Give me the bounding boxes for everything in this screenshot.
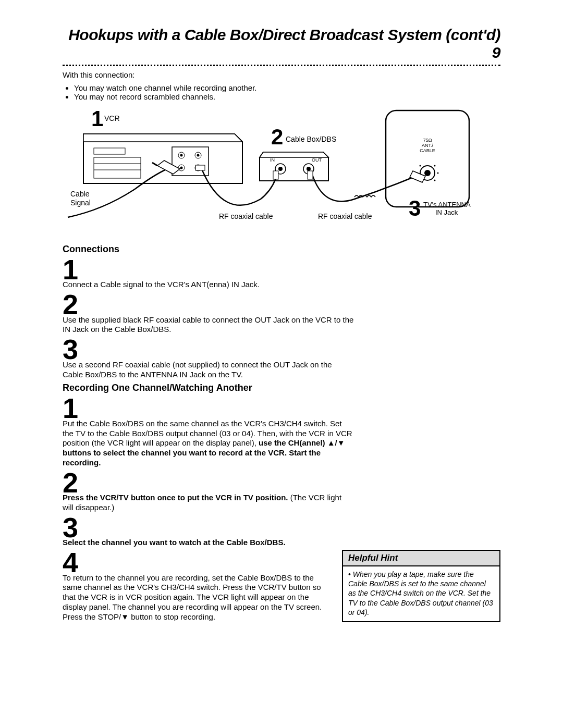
svg-rect-23	[94, 157, 141, 178]
page-title: Hookups with a Cable Box/Direct Broadcas…	[63, 26, 500, 61]
conn-step-2-num: 2	[63, 292, 500, 317]
cablebox-out-label: OUT	[312, 157, 322, 163]
svg-point-12	[307, 167, 311, 171]
ant-small-c: CABLE	[420, 148, 435, 153]
bullet-1: You may watch one channel while recordin…	[74, 83, 500, 92]
dotted-rule	[63, 65, 500, 66]
vcr-back	[83, 134, 242, 183]
svg-rect-22	[94, 148, 125, 154]
svg-point-2	[424, 170, 431, 176]
rec2-bold: Press the VCR/TV button once to put the …	[63, 493, 288, 502]
svg-rect-26	[195, 165, 205, 170]
svg-point-17	[197, 154, 200, 156]
vcr-label: VCR	[104, 114, 120, 122]
ant-small-a: 75Ω	[423, 138, 432, 143]
helpful-hint-box: Helpful Hint When you play a tape, make …	[342, 550, 500, 622]
rec-step-1-text: Put the Cable Box/DBS on the same channe…	[63, 419, 354, 468]
rf-label-1: RF coaxial cable	[219, 212, 273, 220]
svg-rect-27	[273, 171, 278, 179]
conn-step-3-text: Use a second RF coaxial cable (not suppl…	[63, 360, 354, 380]
conn-step-2-text: Use the supplied black RF coaxial cable …	[63, 315, 354, 335]
svg-point-4	[434, 165, 436, 166]
svg-rect-0	[386, 110, 469, 207]
rec-step-3-num: 3	[63, 515, 500, 540]
rec-step-2-num: 2	[63, 470, 500, 496]
rec-step-4-text: To return to the channel you are recordi…	[63, 573, 329, 622]
tv-panel: 75Ω ANT./ CABLE	[386, 110, 469, 207]
hookup-diagram: 75Ω ANT./ CABLE IN OUT	[63, 105, 500, 241]
recording-heading: Recording One Channel/Watching Another	[63, 382, 500, 393]
tv-ant-label-b: IN Jack	[435, 208, 458, 216]
cable-signal-b: Signal	[70, 199, 91, 207]
svg-point-19	[180, 166, 183, 169]
tv-ant-label-a: TV's ANTENNA	[423, 201, 471, 208]
bullet-2: You may not record scrambled channels.	[74, 92, 500, 101]
intro-line: With this connection:	[63, 70, 500, 80]
page: Hookups with a Cable Box/Direct Broadcas…	[0, 0, 563, 653]
svg-point-15	[180, 154, 183, 156]
diagram-num-2: 2	[271, 125, 283, 149]
rf-label-2: RF coaxial cable	[318, 212, 372, 220]
cablebox-label: Cable Box/DBS	[286, 135, 336, 143]
rec-step-2-text: Press the VCR/TV button once to put the …	[63, 493, 354, 513]
svg-rect-28	[308, 171, 313, 179]
rec-step-3-text: Select the channel you want to watch at …	[63, 538, 354, 548]
intro-bullets: You may watch one channel while recordin…	[63, 83, 500, 101]
svg-point-10	[278, 167, 283, 171]
svg-point-6	[434, 179, 436, 181]
diagram-num-1: 1	[91, 106, 103, 131]
conn-step-1-num: 1	[63, 257, 500, 282]
conn-step-1-text: Connect a Cable signal to the VCR's ANT(…	[63, 280, 354, 290]
connections-heading: Connections	[63, 244, 500, 255]
rec-step-4-num: 4	[63, 550, 329, 575]
conn-step-3-num: 3	[63, 337, 500, 362]
helpful-hint-heading: Helpful Hint	[343, 551, 499, 566]
cablebox-in-label: IN	[270, 157, 275, 163]
rec3-bold: Select the channel you want to watch at …	[63, 538, 286, 547]
rec-step-1-num: 1	[63, 396, 500, 421]
svg-point-3	[420, 165, 421, 166]
diagram-num-3: 3	[409, 196, 421, 220]
cable-box: IN OUT	[260, 152, 328, 181]
helpful-hint-body: When you play a tape, make sure the Cabl…	[343, 566, 499, 621]
ant-small-b: ANT./	[422, 143, 434, 148]
cable-signal-a: Cable	[70, 190, 90, 198]
svg-point-8	[437, 172, 439, 174]
